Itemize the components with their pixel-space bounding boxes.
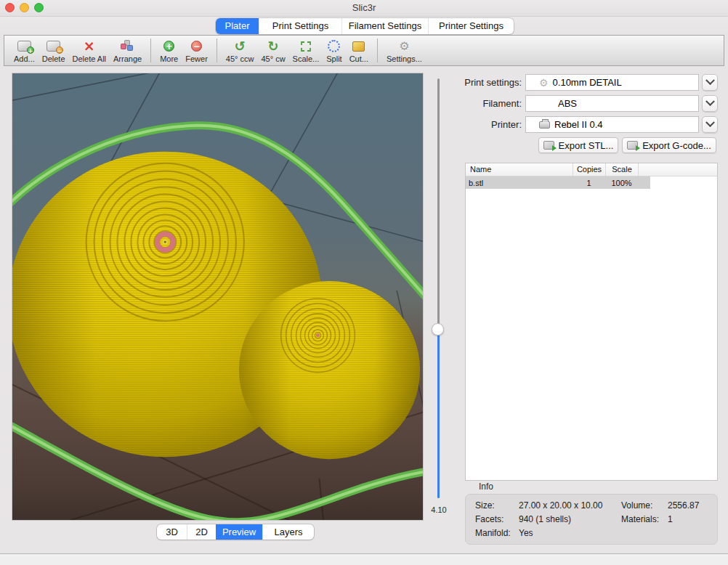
gear-icon: ⚙ (539, 77, 549, 89)
filament-label: Filament: (434, 95, 522, 112)
scale-button[interactable]: Scale... (293, 38, 320, 63)
materials-label: Materials: (621, 514, 659, 524)
tab-preview-view[interactable]: Preview (216, 524, 262, 540)
export-stl-button[interactable]: Export STL... (538, 137, 618, 153)
printer-label: Printer: (434, 116, 522, 133)
scale-icon (300, 38, 312, 54)
gear-icon: ⚙ (399, 38, 409, 54)
info-section-title: Info (479, 481, 493, 492)
table-header: Name Copies Scale (466, 163, 717, 176)
layer-slider-track-filled[interactable] (437, 335, 440, 498)
print-settings-label: Print settings: (434, 74, 522, 91)
cut-button[interactable]: Cut... (349, 38, 368, 63)
facets-label: Facets: (475, 514, 503, 524)
fewer-copies-button[interactable]: − Fewer (185, 38, 208, 63)
tab-filament-settings[interactable]: Filament Settings (341, 18, 428, 34)
column-header-scale[interactable]: Scale (605, 163, 638, 176)
delete-button[interactable]: − Delete (42, 38, 65, 63)
filament-value: ABS (558, 98, 577, 109)
tab-print-settings[interactable]: Print Settings (259, 18, 341, 34)
arrange-icon (121, 38, 134, 54)
object-scale-cell: 100% (605, 179, 638, 187)
manifold-value: Yes (519, 528, 533, 538)
chevron-down-icon (705, 118, 715, 127)
info-box: Size: 27.00 x 20.00 x 10.00 Volume: 2556… (465, 494, 718, 545)
rotate-cw-button[interactable]: ↻ 45° cw (261, 38, 285, 63)
tab-3d-view[interactable]: 3D (157, 524, 187, 540)
tab-2d-view[interactable]: 2D (187, 524, 216, 540)
delete-object-icon: − (46, 38, 60, 54)
printer-icon (539, 121, 550, 129)
toolbar-separator (217, 38, 217, 62)
settings-button[interactable]: ⚙ Settings... (387, 38, 422, 63)
cut-icon (352, 38, 365, 54)
arrange-button[interactable]: Arrange (113, 38, 142, 63)
table-row[interactable]: b.stl 1 100% (466, 176, 650, 189)
print-settings-dropdown-button[interactable] (702, 74, 718, 91)
column-header-copies[interactable]: Copies (573, 163, 605, 176)
size-label: Size: (475, 500, 495, 511)
slic3r-window: Slic3r Plater Print Settings Filament Se… (0, 0, 728, 565)
fewer-icon: − (191, 38, 202, 54)
rotate-ccw-button[interactable]: ↺ 45° ccw (226, 38, 254, 63)
size-value: 27.00 x 20.00 x 10.00 (519, 500, 602, 511)
rotate-cw-icon: ↻ (267, 38, 278, 54)
split-icon (328, 38, 340, 54)
filament-select[interactable]: ABS (525, 95, 699, 112)
manifold-label: Manifold: (475, 528, 511, 538)
add-button[interactable]: + Add... (14, 38, 35, 63)
print-settings-value: 0.10mm DETAIL (553, 77, 622, 88)
print-settings-select[interactable]: ⚙ 0.10mm DETAIL (525, 74, 699, 91)
chevron-down-icon (705, 76, 715, 85)
column-header-filler (638, 163, 717, 176)
facets-value: 940 (1 shells) (519, 514, 571, 524)
view-tab-strip: 3D 2D Preview Layers (157, 524, 314, 540)
more-icon: + (163, 38, 174, 54)
filament-dropdown-button[interactable] (702, 95, 718, 112)
tab-printer-settings[interactable]: Printer Settings (428, 18, 514, 34)
toolbar-separator (377, 38, 378, 62)
layer-slider-thumb[interactable] (432, 323, 444, 336)
object-list-table: Name Copies Scale b.stl 1 100% (465, 163, 718, 481)
tab-layers-view[interactable]: Layers (262, 524, 314, 540)
volume-value: 2556.87 (668, 500, 699, 511)
object-name-cell: b.stl (466, 179, 573, 187)
export-gcode-button[interactable]: Export G-code... (622, 137, 716, 153)
rotate-ccw-icon: ↺ (235, 38, 246, 54)
small-sphere-model (239, 281, 420, 459)
volume-label: Volume: (621, 500, 652, 511)
delete-all-icon: × (84, 38, 95, 54)
toolbar-separator (150, 38, 151, 62)
top-infill-dot (316, 333, 320, 337)
viewport-3d-scene (12, 73, 423, 520)
chevron-down-icon (705, 97, 715, 106)
more-copies-button[interactable]: + More (160, 38, 178, 63)
3d-preview-viewport[interactable] (12, 73, 424, 521)
printer-dropdown-button[interactable] (702, 116, 718, 133)
main-tab-strip: Plater Print Settings Filament Settings … (216, 18, 514, 34)
printer-value: Rebel II 0.4 (554, 119, 603, 130)
status-bar (0, 553, 728, 565)
object-copies-cell: 1 (573, 179, 605, 187)
printer-select[interactable]: Rebel II 0.4 (525, 116, 699, 133)
layer-slider-value: 4.10 (424, 505, 454, 514)
tab-plater[interactable]: Plater (216, 18, 259, 34)
delete-all-button[interactable]: × Delete All (73, 38, 106, 63)
window-title: Slic3r (0, 0, 728, 16)
column-header-name[interactable]: Name (466, 163, 573, 176)
materials-value: 1 (668, 514, 673, 524)
split-button[interactable]: Split (326, 38, 341, 63)
toolbar: + Add... − Delete × Delete All Arrange +… (4, 35, 724, 66)
export-icon (627, 141, 638, 150)
export-icon (543, 141, 554, 150)
add-object-icon: + (17, 38, 31, 54)
